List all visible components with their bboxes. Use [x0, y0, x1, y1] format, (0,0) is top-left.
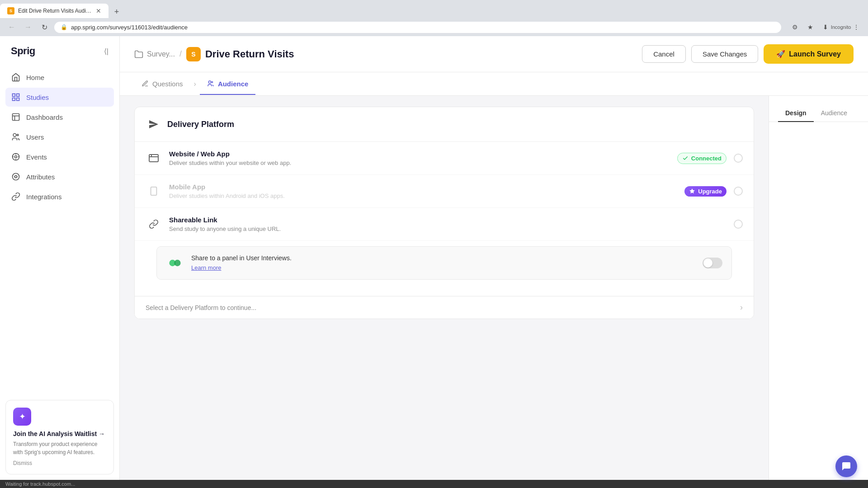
save-changes-button[interactable]: Save Changes: [691, 45, 758, 63]
browser-controls: ← → ↻ 🔒 app.sprig.com/surveys/116013/edi…: [0, 18, 868, 36]
studies-icon: [11, 92, 21, 102]
top-header: Survey... / S Drive Return Visits Cancel…: [120, 36, 868, 72]
side-tab-audience[interactable]: Audience: [814, 105, 854, 122]
side-tab-design[interactable]: Design: [778, 105, 814, 122]
url-text: app.sprig.com/surveys/116013/edit/audien…: [71, 24, 775, 31]
content-area: Delivery Platform Website / Web App Deli…: [120, 96, 868, 480]
chat-icon: [841, 461, 852, 472]
promo-title[interactable]: Join the AI Analysis Waitlist →: [13, 430, 106, 437]
sidebar-item-attributes-label: Attributes: [26, 173, 55, 181]
svg-point-10: [15, 156, 17, 158]
sidebar-logo-area: Sprig ⟨|: [0, 36, 119, 64]
delivery-platform-title: Delivery Platform: [167, 120, 234, 129]
mobile-info: Mobile App Deliver studies within Androi…: [169, 183, 677, 199]
sidebar-collapse-button[interactable]: ⟨|: [104, 47, 108, 56]
tab-questions[interactable]: Questions: [134, 74, 190, 95]
svg-point-8: [17, 134, 19, 136]
breadcrumb-survey-label: Survey...: [147, 50, 175, 58]
tab-audience[interactable]: Audience: [200, 74, 256, 95]
launch-icon: 🚀: [776, 50, 785, 58]
download-icon[interactable]: ⬇: [819, 21, 832, 33]
shareable-info: Shareable Link Send study to anyone usin…: [169, 216, 726, 232]
address-bar[interactable]: 🔒 app.sprig.com/surveys/116013/edit/audi…: [54, 22, 781, 33]
delivery-header: Delivery Platform: [135, 107, 754, 142]
sidebar-item-users-label: Users: [26, 133, 44, 141]
profile-icon[interactable]: Incognito: [835, 21, 847, 33]
svg-point-15: [15, 176, 17, 178]
main-content: Survey... / S Drive Return Visits Cancel…: [120, 36, 868, 480]
attributes-icon: [11, 172, 21, 182]
ai-promo-panel: ✦ Join the AI Analysis Waitlist → Transf…: [5, 400, 114, 474]
ui-learn-more-link[interactable]: Learn more: [191, 264, 221, 271]
svg-rect-18: [149, 155, 158, 162]
sidebar-item-integrations-label: Integrations: [26, 193, 61, 201]
browser-tab-bar: S Edit Drive Return Visits Audience ✕ +: [0, 0, 868, 18]
sidebar-item-users[interactable]: Users: [5, 127, 114, 146]
connected-badge: Connected: [677, 153, 726, 164]
lock-icon: 🔒: [61, 24, 67, 30]
survey-badge: S: [186, 47, 201, 61]
sidebar-item-integrations[interactable]: Integrations: [5, 187, 114, 206]
sidebar-item-studies-label: Studies: [26, 94, 49, 101]
delivery-platform-card: Delivery Platform Website / Web App Deli…: [134, 107, 754, 319]
user-interviews-section: Share to a panel in User Interviews. Lea…: [135, 241, 754, 296]
delivery-platform-icon: [146, 116, 162, 132]
sidebar-item-events-label: Events: [26, 153, 47, 161]
svg-rect-2: [13, 98, 15, 101]
website-radio[interactable]: [734, 154, 743, 163]
delivery-option-website: Website / Web App Deliver studies within…: [135, 142, 754, 175]
sidebar-item-studies[interactable]: Studies: [5, 88, 114, 107]
sidebar-item-events[interactable]: Events: [5, 147, 114, 166]
menu-icon[interactable]: ⋮: [850, 21, 863, 33]
home-icon: [11, 72, 21, 82]
extensions-icon[interactable]: ⚙: [788, 21, 801, 33]
sidebar-item-home[interactable]: Home: [5, 68, 114, 87]
select-platform-hint-text: Select a Delivery Platform to continue..…: [146, 304, 256, 311]
logo: Sprig: [11, 45, 35, 57]
website-desc: Deliver studies within your website or w…: [169, 160, 670, 166]
website-info: Website / Web App Deliver studies within…: [169, 150, 670, 166]
shareable-radio[interactable]: [734, 220, 743, 229]
website-title: Website / Web App: [169, 150, 670, 158]
audience-tab-label: Audience: [218, 80, 249, 88]
new-tab-button[interactable]: +: [110, 5, 123, 18]
breadcrumb-folder[interactable]: Survey...: [134, 50, 175, 59]
sidebar-item-dashboards[interactable]: Dashboards: [5, 108, 114, 127]
ui-content: Share to a panel in User Interviews. Lea…: [191, 254, 695, 272]
refresh-button[interactable]: ↻: [38, 21, 51, 33]
sidebar-item-dashboards-label: Dashboards: [26, 113, 63, 121]
svg-point-7: [13, 134, 16, 137]
svg-rect-4: [13, 114, 19, 121]
folder-icon: [134, 50, 143, 59]
svg-rect-0: [13, 94, 15, 97]
user-interviews-toggle[interactable]: [703, 258, 722, 268]
shareable-title: Shareable Link: [169, 216, 726, 224]
dashboards-icon: [11, 112, 21, 122]
sidebar-item-home-label: Home: [26, 74, 44, 81]
launch-survey-button[interactable]: 🚀 Launch Survey: [764, 44, 854, 64]
cancel-button[interactable]: Cancel: [642, 45, 686, 63]
svg-rect-3: [17, 98, 19, 101]
content-main: Delivery Platform Website / Web App Deli…: [120, 96, 769, 480]
status-bar-text: Waiting for track.hubspot.com...: [5, 481, 75, 487]
header-actions: Cancel Save Changes 🚀 Launch Survey: [642, 44, 854, 64]
tab-favicon: S: [7, 7, 14, 14]
svg-point-16: [208, 81, 211, 83]
chat-button[interactable]: [835, 455, 857, 477]
mobile-radio[interactable]: [734, 187, 743, 196]
website-icon: [146, 150, 162, 166]
active-tab[interactable]: S Edit Drive Return Visits Audience ✕: [0, 4, 108, 18]
browser-actions: ⚙ ★ ⬇ Incognito ⋮: [788, 21, 863, 33]
upgrade-badge[interactable]: Upgrade: [684, 186, 726, 197]
nav-tabs: Questions › Audience: [120, 72, 868, 96]
connected-icon: [682, 155, 689, 161]
ui-title: Share to a panel in User Interviews.: [191, 254, 695, 262]
tab-close-icon[interactable]: ✕: [96, 7, 101, 14]
forward-button[interactable]: →: [22, 21, 34, 33]
sidebar-item-attributes[interactable]: Attributes: [5, 167, 114, 186]
user-interviews-panel: Share to a panel in User Interviews. Lea…: [156, 246, 732, 280]
back-button[interactable]: ←: [5, 21, 18, 33]
survey-title: Drive Return Visits: [205, 48, 294, 60]
promo-dismiss-button[interactable]: Dismiss: [13, 460, 32, 466]
bookmark-icon[interactable]: ★: [804, 21, 816, 33]
